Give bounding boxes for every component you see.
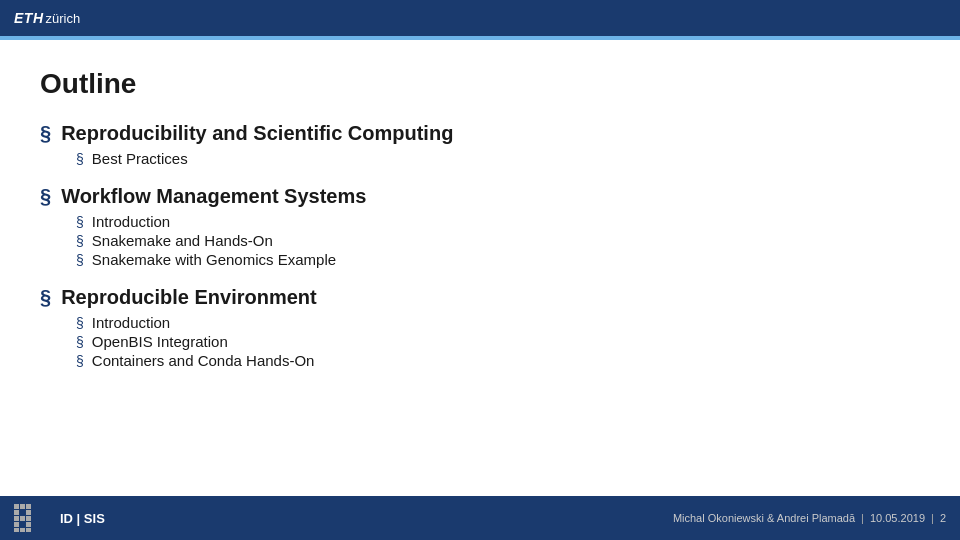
footer-divider-2: |	[931, 512, 934, 524]
sub-item-best-practices: § Best Practices	[76, 150, 920, 167]
svg-rect-2	[26, 504, 31, 509]
svg-rect-8	[14, 522, 19, 527]
footer-id-label: ID | SIS	[60, 511, 105, 526]
eth-logo: ETH zürich	[14, 10, 80, 26]
svg-rect-5	[14, 516, 19, 521]
section-reproducible-env: § Reproducible Environment § Introductio…	[40, 286, 920, 369]
footer-divider-1: |	[861, 512, 864, 524]
section-bullet-1: §	[40, 122, 51, 145]
sub-item-openbis: § OpenBIS Integration	[76, 333, 920, 350]
section-label-1: Reproducibility and Scientific Computing	[61, 122, 453, 145]
sub-bullet-icon: §	[76, 214, 84, 230]
sub-item-introduction-2: § Introduction	[76, 314, 920, 331]
sub-item-introduction-1: § Introduction	[76, 213, 920, 230]
footer-left: ID | SIS	[14, 504, 105, 532]
sub-item-label: Snakemake and Hands-On	[92, 232, 273, 249]
svg-rect-6	[20, 516, 25, 521]
sub-items-3: § Introduction § OpenBIS Integration § C…	[76, 314, 920, 369]
section-bullet-2: §	[40, 185, 51, 208]
footer-eth-logo	[14, 504, 50, 532]
sub-item-containers-conda: § Containers and Conda Hands-On	[76, 352, 920, 369]
sub-bullet-icon: §	[76, 252, 84, 268]
sub-item-label: Introduction	[92, 314, 170, 331]
eth-logo-zurich: zürich	[46, 11, 81, 26]
svg-rect-12	[26, 528, 31, 532]
slide-title: Outline	[40, 68, 920, 100]
svg-rect-9	[26, 522, 31, 527]
sub-items-1: § Best Practices	[76, 150, 920, 167]
sub-bullet-icon: §	[76, 151, 84, 167]
section-main-1: § Reproducibility and Scientific Computi…	[40, 122, 920, 145]
sub-item-label: OpenBIS Integration	[92, 333, 228, 350]
section-main-2: § Workflow Management Systems	[40, 185, 920, 208]
svg-rect-10	[14, 528, 19, 532]
sub-item-snakemake-genomics: § Snakemake with Genomics Example	[76, 251, 920, 268]
main-content: Outline § Reproducibility and Scientific…	[0, 40, 960, 496]
footer-right: Michal Okoniewski & Andrei Plamadă | 10.…	[673, 512, 946, 524]
sub-items-2: § Introduction § Snakemake and Hands-On …	[76, 213, 920, 268]
sub-bullet-icon: §	[76, 353, 84, 369]
footer: ID | SIS Michal Okoniewski & Andrei Plam…	[0, 496, 960, 540]
sub-bullet-icon: §	[76, 334, 84, 350]
sub-item-snakemake-hands-on: § Snakemake and Hands-On	[76, 232, 920, 249]
sub-bullet-icon: §	[76, 315, 84, 331]
section-workflow: § Workflow Management Systems § Introduc…	[40, 185, 920, 268]
section-label-2: Workflow Management Systems	[61, 185, 366, 208]
sub-item-label: Introduction	[92, 213, 170, 230]
footer-author: Michal Okoniewski & Andrei Plamadă	[673, 512, 855, 524]
eth-logo-text: ETH	[14, 10, 44, 26]
section-main-3: § Reproducible Environment	[40, 286, 920, 309]
svg-rect-11	[20, 528, 25, 532]
sub-item-label: Best Practices	[92, 150, 188, 167]
svg-rect-4	[26, 510, 31, 515]
sub-bullet-icon: §	[76, 233, 84, 249]
section-label-3: Reproducible Environment	[61, 286, 317, 309]
top-bar: ETH zürich	[0, 0, 960, 36]
section-bullet-3: §	[40, 286, 51, 309]
svg-rect-7	[26, 516, 31, 521]
svg-rect-1	[20, 504, 25, 509]
svg-rect-0	[14, 504, 19, 509]
sub-item-label: Containers and Conda Hands-On	[92, 352, 315, 369]
footer-date: 10.05.2019	[870, 512, 925, 524]
svg-rect-3	[14, 510, 19, 515]
sub-item-label: Snakemake with Genomics Example	[92, 251, 336, 268]
footer-page: 2	[940, 512, 946, 524]
section-reproducibility: § Reproducibility and Scientific Computi…	[40, 122, 920, 167]
